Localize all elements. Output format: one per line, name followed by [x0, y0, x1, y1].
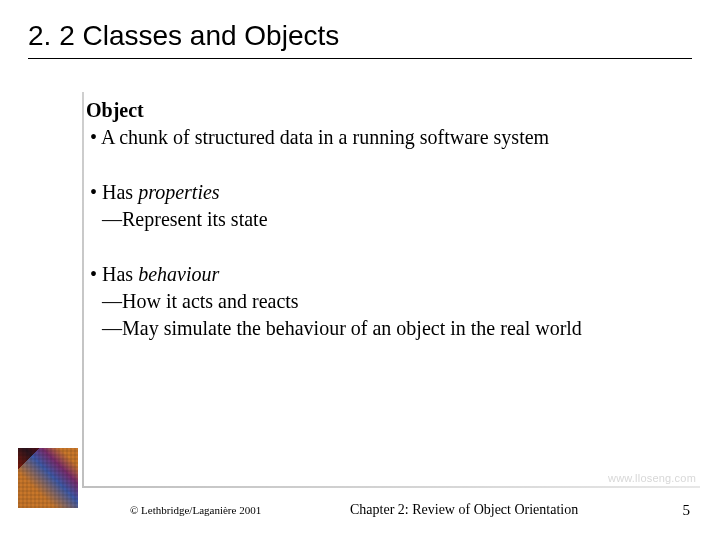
bullet-level-2: How it acts and reacts: [86, 288, 692, 315]
footer-copyright: © Lethbridge/Laganière 2001: [130, 504, 261, 516]
bullet-text: Has: [102, 181, 138, 203]
footer-page-number: 5: [683, 502, 691, 519]
bullet-level-1: A chunk of structured data in a running …: [86, 124, 692, 151]
bullet-italic: properties: [138, 181, 219, 203]
bullet-level-2: Represent its state: [86, 206, 692, 233]
bullet-level-1: Has behaviour: [86, 261, 692, 288]
slide-body: Object A chunk of structured data in a r…: [86, 97, 692, 342]
bullet-block: Has properties Represent its state: [86, 179, 692, 233]
slide-title: 2. 2 Classes and Objects: [28, 20, 692, 59]
slide-footer: © Lethbridge/Laganière 2001 Chapter 2: R…: [0, 498, 720, 522]
term-heading: Object: [86, 97, 692, 124]
bullet-level-2: May simulate the behaviour of an object …: [86, 315, 692, 342]
watermark-url: www.lloseng.com: [608, 472, 696, 484]
bullet-italic: behaviour: [138, 263, 219, 285]
vertical-rule: [82, 92, 84, 488]
bullet-block: Has behaviour How it acts and reacts May…: [86, 261, 692, 342]
slide: 2. 2 Classes and Objects Object A chunk …: [0, 0, 720, 540]
bullet-block: A chunk of structured data in a running …: [86, 124, 692, 151]
horizontal-rule: [82, 486, 700, 488]
footer-chapter: Chapter 2: Review of Object Orientation: [350, 502, 578, 518]
bullet-level-1: Has properties: [86, 179, 692, 206]
bullet-text: Has: [102, 263, 138, 285]
